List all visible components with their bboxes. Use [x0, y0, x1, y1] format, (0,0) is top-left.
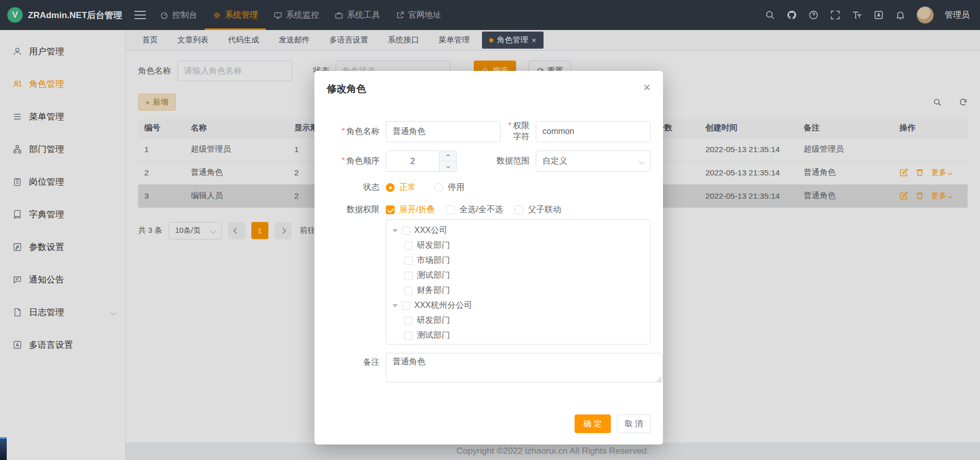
tree-node-dept[interactable]: 研发部门 [386, 313, 650, 328]
perm-char-label: *权限字符 [501, 121, 536, 142]
role-order-label: *角色顺序 [327, 156, 386, 167]
dialog-header: 修改角色 × [314, 71, 663, 96]
caret-down-icon[interactable] [393, 229, 398, 232]
tree-node-dept[interactable]: 测试部门 [386, 268, 650, 283]
tree-checkbox[interactable] [404, 287, 413, 295]
data-permission-label: 数据权限 [327, 204, 386, 215]
dialog-title: 修改角色 [327, 82, 366, 96]
tree-node-dept[interactable]: 市场部门 [386, 253, 650, 268]
close-icon[interactable]: × [643, 82, 651, 93]
permission-tree: XXX公司 研发部门 市场部门 测试部门 财务部门 [386, 219, 651, 345]
remark-textarea[interactable]: 普通角色 [386, 353, 663, 382]
radio-selected-icon [386, 183, 395, 192]
tree-checkbox[interactable] [402, 227, 410, 235]
role-order-input[interactable] [386, 151, 439, 171]
required-asterisk: * [342, 127, 345, 136]
tree-checkbox[interactable] [404, 272, 413, 280]
edit-role-dialog: 修改角色 × *角色名称 *权限字符 *角色顺序 数据范围 自定义 [314, 71, 663, 444]
status-label: 状态 [327, 182, 386, 193]
parent-child-link-checkbox[interactable]: 父子联动 [515, 204, 561, 215]
tree-checkbox[interactable] [402, 302, 410, 310]
required-asterisk: * [508, 121, 511, 130]
select-all-checkbox[interactable]: 全选/全不选 [446, 204, 503, 215]
cancel-button[interactable]: 取 消 [617, 414, 651, 433]
tree-node-company-1[interactable]: XXX公司 [386, 223, 650, 238]
radio-unselected-icon [434, 183, 443, 192]
role-name-input[interactable] [386, 121, 501, 142]
confirm-button[interactable]: 确 定 [575, 414, 610, 433]
tree-node-dept[interactable]: 测试部门 [386, 328, 650, 343]
data-scope-label: 数据范围 [457, 156, 536, 167]
remark-textarea-wrap: 普通角色 [386, 353, 663, 384]
checkbox-checked-icon [386, 205, 395, 214]
dialog-body: *角色名称 *权限字符 *角色顺序 数据范围 自定义 状态 [314, 96, 663, 384]
remark-label: 备注 [327, 353, 386, 368]
caret-down-icon[interactable] [393, 304, 398, 307]
increase-button[interactable] [440, 151, 456, 161]
taskbar-sliver [0, 437, 7, 460]
role-order-stepper [386, 151, 457, 172]
decrease-button[interactable] [440, 161, 456, 171]
chevron-down-icon [446, 165, 449, 168]
role-name-label: *角色名称 [327, 126, 386, 137]
chevron-down-icon [639, 158, 644, 164]
tree-checkbox[interactable] [404, 332, 413, 340]
status-radio-disabled[interactable]: 停用 [434, 182, 464, 193]
tree-node-dept[interactable]: 财务部门 [386, 283, 650, 298]
tree-checkbox[interactable] [404, 317, 413, 325]
checkbox-icon [446, 205, 455, 214]
status-radio-normal[interactable]: 正常 [386, 182, 416, 193]
tree-checkbox[interactable] [404, 242, 413, 250]
tree-node-company-2[interactable]: XXX杭州分公司 [386, 298, 650, 313]
perm-char-input[interactable] [536, 121, 651, 142]
tree-checkbox[interactable] [404, 257, 413, 265]
tree-node-dept[interactable]: 研发部门 [386, 238, 650, 253]
chevron-up-icon [446, 154, 449, 158]
data-scope-select[interactable]: 自定义 [536, 151, 651, 172]
checkbox-icon [515, 205, 523, 214]
required-asterisk: * [342, 156, 345, 165]
dialog-footer: 确 定 取 消 [575, 414, 651, 433]
expand-collapse-checkbox[interactable]: 展开/折叠 [386, 204, 434, 215]
